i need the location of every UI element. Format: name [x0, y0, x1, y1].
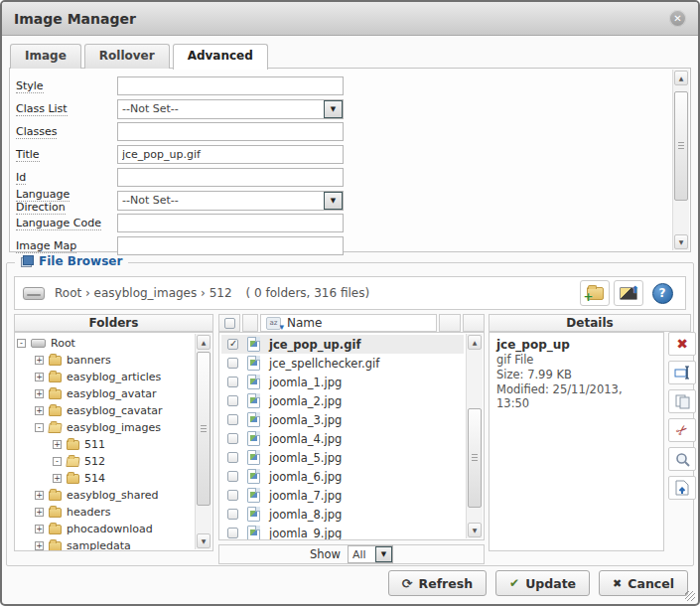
file-row[interactable]: jce_spellchecker.gif: [221, 354, 464, 373]
tree-toggle-icon[interactable]: +: [35, 525, 44, 533]
cancel-button[interactable]: ✖ Cancel: [599, 570, 688, 596]
imagemap-input[interactable]: [117, 236, 344, 255]
file-row[interactable]: joomla_5.jpg: [221, 448, 464, 467]
file-checkbox[interactable]: [227, 490, 238, 501]
file-row[interactable]: joomla_4.jpg: [221, 429, 464, 448]
refresh-button[interactable]: ⟳ Refresh: [388, 570, 487, 596]
scrollbar-thumb[interactable]: [674, 91, 688, 201]
langdir-value: --Not Set--: [122, 194, 179, 207]
copy-button[interactable]: [668, 389, 696, 413]
preview-button[interactable]: [668, 447, 696, 471]
tree-toggle-icon[interactable]: +: [35, 373, 44, 381]
insert-button[interactable]: [668, 476, 696, 500]
name-column-header[interactable]: az Name: [260, 314, 437, 332]
file-row[interactable]: joomla_8.jpg: [221, 505, 464, 524]
tree-item-easyblog-articles[interactable]: + easyblog_articles: [17, 369, 193, 385]
tree-toggle-icon[interactable]: +: [35, 389, 44, 398]
select-all-checkbox[interactable]: [224, 318, 235, 329]
file-row[interactable]: joomla_9.jpg: [221, 524, 464, 540]
show-select[interactable]: All ▼: [348, 545, 393, 563]
scrollbar-thumb[interactable]: [197, 352, 210, 506]
tree-toggle-icon[interactable]: -: [35, 423, 44, 432]
chevron-down-icon[interactable]: ▼: [375, 546, 392, 562]
style-input[interactable]: [117, 76, 344, 95]
tree-toggle-icon[interactable]: +: [35, 406, 44, 415]
details-file-modified: Modified: 25/11/2013, 13:50: [496, 382, 656, 410]
langdir-select[interactable]: --Not Set-- ▼: [117, 191, 344, 211]
sort-az-icon[interactable]: az: [266, 317, 281, 330]
tree-item-easyblog-cavatar[interactable]: + easyblog_cavatar: [17, 402, 193, 419]
new-folder-button[interactable]: [580, 280, 610, 306]
file-name: joomla_8.jpg: [269, 508, 342, 522]
breadcrumb[interactable]: Root › easyblog_images › 512: [55, 286, 232, 300]
tree-toggle-icon[interactable]: -: [53, 457, 62, 466]
file-checkbox[interactable]: [227, 528, 238, 538]
tree-item-514[interactable]: + 514: [17, 470, 193, 487]
scroll-up-icon[interactable]: ▲: [197, 335, 210, 350]
tree-toggle-icon[interactable]: +: [35, 541, 44, 550]
close-icon[interactable]: ✕: [669, 10, 686, 27]
file-checkbox[interactable]: [227, 414, 238, 425]
file-row[interactable]: joomla_7.jpg: [221, 486, 464, 505]
form-scrollbar[interactable]: ▲ ▼: [672, 70, 689, 250]
tree-item-easyblog-shared[interactable]: + easyblog_shared: [17, 487, 193, 504]
file-name: joomla_6.jpg: [269, 470, 342, 484]
scroll-down-icon[interactable]: ▼: [468, 523, 482, 537]
file-checkbox[interactable]: [227, 377, 238, 387]
id-input[interactable]: [117, 168, 344, 187]
scroll-down-icon[interactable]: ▼: [674, 234, 688, 249]
file-checkbox[interactable]: [227, 471, 238, 482]
upload-button[interactable]: [614, 280, 643, 306]
file-checkbox[interactable]: [227, 339, 238, 350]
tree-toggle-icon[interactable]: +: [53, 474, 62, 483]
tree-item-easyblog-images[interactable]: - easyblog_images: [17, 419, 193, 436]
file-checkbox[interactable]: [227, 358, 238, 369]
tree-item-512[interactable]: - 512: [17, 453, 193, 470]
classlist-select[interactable]: --Not Set-- ▼: [117, 99, 344, 119]
file-checkbox[interactable]: [227, 433, 238, 444]
file-list-scrollbar[interactable]: ▲ ▼: [466, 334, 483, 538]
tab-advanced[interactable]: Advanced: [173, 44, 268, 70]
delete-button[interactable]: ✖: [668, 332, 696, 356]
title-input[interactable]: [117, 145, 344, 164]
file-row[interactable]: joomla_6.jpg: [221, 467, 464, 486]
file-checkbox[interactable]: [227, 395, 238, 406]
tree-toggle-icon[interactable]: -: [17, 339, 26, 348]
tree-toggle-icon[interactable]: +: [35, 508, 44, 517]
tree-item-root[interactable]: - Root: [17, 335, 193, 352]
tree-item-label: easyblog_avatar: [67, 387, 157, 400]
tree-item-sampledata[interactable]: + sampledata: [17, 537, 193, 551]
folder-open-icon: [48, 423, 62, 433]
tree-item-511[interactable]: + 511: [17, 436, 193, 453]
scroll-up-icon[interactable]: ▲: [468, 335, 482, 350]
tree-item-banners[interactable]: + banners: [17, 352, 193, 369]
cut-button[interactable]: ✂: [668, 418, 696, 442]
chevron-down-icon[interactable]: ▼: [324, 192, 343, 210]
file-checkbox[interactable]: [227, 452, 238, 463]
tree-item-easyblog-avatar[interactable]: + easyblog_avatar: [17, 385, 193, 402]
tree-item-label: banners: [67, 354, 111, 367]
classes-input[interactable]: [117, 122, 344, 141]
help-button[interactable]: ?: [647, 280, 677, 306]
update-button[interactable]: ✔ Update: [495, 570, 590, 596]
resize-handle[interactable]: [685, 591, 695, 601]
rename-button[interactable]: [668, 361, 696, 384]
folders-scrollbar[interactable]: ▲ ▼: [195, 334, 211, 549]
tree-item-phocadownload[interactable]: + phocadownload: [17, 521, 193, 537]
file-row[interactable]: joomla_1.jpg: [221, 373, 464, 391]
file-row[interactable]: joomla_3.jpg: [221, 410, 464, 429]
file-row[interactable]: joomla_2.jpg: [221, 391, 464, 410]
scroll-up-icon[interactable]: ▲: [674, 71, 688, 85]
tree-toggle-icon[interactable]: +: [53, 440, 62, 449]
scrollbar-thumb[interactable]: [468, 408, 482, 508]
chevron-down-icon[interactable]: ▼: [324, 100, 343, 118]
tab-image[interactable]: Image: [10, 44, 81, 69]
langcode-input[interactable]: [117, 214, 344, 232]
scroll-down-icon[interactable]: ▼: [197, 533, 210, 548]
file-row[interactable]: jce_pop_up.gif: [221, 335, 464, 354]
tree-toggle-icon[interactable]: +: [35, 491, 44, 500]
tree-item-headers[interactable]: + headers: [17, 504, 193, 521]
tree-toggle-icon[interactable]: +: [35, 356, 44, 365]
tab-rollover[interactable]: Rollover: [84, 44, 170, 69]
file-checkbox[interactable]: [227, 509, 238, 520]
